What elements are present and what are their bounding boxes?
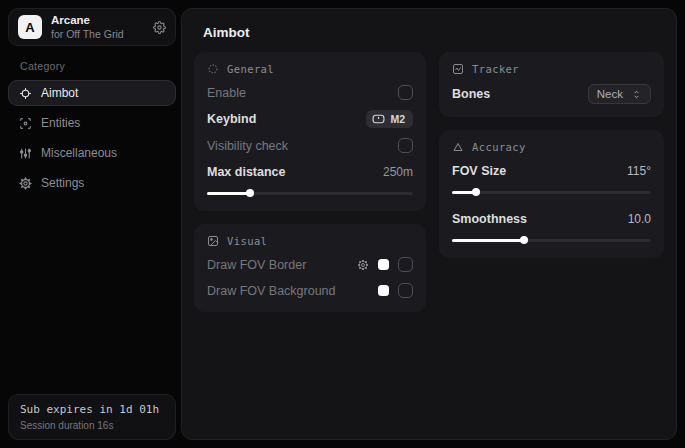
right-column: Tracker Bones Neck	[439, 52, 664, 258]
card-columns: General Enable Keybind	[194, 52, 664, 312]
fov-background-label: Draw FOV Background	[207, 284, 336, 298]
page: A Arcane for Off The Grid Category	[0, 0, 685, 448]
enable-row: Enable	[207, 84, 413, 101]
image-icon	[207, 235, 219, 247]
smoothness-slider[interactable]	[452, 235, 651, 245]
expand-icon	[631, 89, 642, 100]
category-label: Category	[20, 60, 176, 72]
activity-icon	[452, 63, 464, 75]
enable-checkbox[interactable]	[398, 85, 413, 100]
visual-card-title: Visual	[227, 235, 267, 247]
smoothness-row: Smoothness 10.0	[452, 210, 651, 227]
session-duration-text: Session duration 16s	[20, 420, 164, 431]
main-panel: Aimbot General Enable	[181, 8, 677, 440]
fov-size-slider[interactable]	[452, 187, 651, 197]
sidebar-item-aimbot[interactable]: Aimbot	[8, 80, 176, 106]
slider-track	[207, 192, 413, 195]
fov-border-row: Draw FOV Border	[207, 256, 413, 273]
visual-card-header: Visual	[207, 235, 413, 247]
keybind-value: M2	[390, 113, 405, 125]
scope-icon	[207, 63, 219, 75]
eye-scan-icon	[19, 117, 32, 130]
general-card: General Enable Keybind	[194, 52, 426, 211]
slider-fill	[207, 192, 250, 195]
fov-size-row: FOV Size 115°	[452, 162, 651, 179]
general-card-header: General	[207, 63, 413, 75]
gear-icon	[19, 177, 32, 190]
page-title: Aimbot	[194, 21, 664, 52]
triangle-icon	[452, 141, 464, 153]
max-distance-slider[interactable]	[207, 188, 413, 198]
max-distance-value: 250m	[383, 165, 413, 179]
sidebar-item-label: Miscellaneous	[41, 146, 117, 160]
general-card-title: General	[227, 63, 274, 75]
app-name: Arcane	[51, 14, 144, 27]
sidebar-header: A Arcane for Off The Grid	[8, 8, 176, 46]
slider-fill	[452, 191, 476, 194]
sub-expires-text: Sub expires in 1d 01h	[20, 403, 164, 416]
sidebar-item-entities[interactable]: Entities	[8, 110, 176, 136]
visibility-check-label: Visibility check	[207, 139, 288, 153]
tracker-card-header: Tracker	[452, 63, 651, 75]
max-distance-row: Max distance 250m	[207, 163, 413, 180]
bones-row: Bones Neck	[452, 84, 651, 104]
slider-fill	[452, 239, 524, 242]
mouse-icon	[372, 114, 385, 124]
slider-track	[452, 239, 651, 242]
sidebar-item-settings[interactable]: Settings	[8, 170, 176, 196]
accuracy-card-title: Accuracy	[472, 141, 526, 153]
enable-label: Enable	[207, 86, 246, 100]
fov-size-label: FOV Size	[452, 164, 506, 178]
fov-border-label: Draw FOV Border	[207, 258, 306, 272]
bones-select[interactable]: Neck	[588, 84, 651, 104]
keybind-label: Keybind	[207, 112, 256, 126]
bones-label: Bones	[452, 87, 490, 101]
fov-border-checkbox[interactable]	[398, 257, 413, 272]
sidebar-item-label: Entities	[41, 116, 80, 130]
sidebar-item-miscellaneous[interactable]: Miscellaneous	[8, 140, 176, 166]
smoothness-label: Smoothness	[452, 212, 527, 226]
visibility-check-row: Visibility check	[207, 137, 413, 154]
fov-background-controls	[378, 283, 413, 298]
max-distance-label: Max distance	[207, 165, 286, 179]
sidebar-item-label: Settings	[41, 176, 84, 190]
header-gear-icon[interactable]	[153, 21, 166, 34]
accuracy-card-header: Accuracy	[452, 141, 651, 153]
tracker-card: Tracker Bones Neck	[439, 52, 664, 117]
visual-card: Visual Draw FOV Border	[194, 224, 426, 312]
app-subtitle: for Off The Grid	[51, 28, 144, 40]
app-logo: A	[18, 15, 42, 39]
fov-size-value: 115°	[627, 164, 651, 178]
bones-value: Neck	[597, 88, 623, 100]
fov-border-settings-gear-icon[interactable]	[357, 259, 369, 271]
fov-background-checkbox[interactable]	[398, 283, 413, 298]
fov-border-color-swatch[interactable]	[378, 259, 389, 270]
left-column: General Enable Keybind	[194, 52, 426, 312]
visibility-check-checkbox[interactable]	[398, 138, 413, 153]
smoothness-value: 10.0	[628, 212, 651, 226]
keybind-button[interactable]: M2	[366, 110, 413, 128]
subscription-card: Sub expires in 1d 01h Session duration 1…	[8, 394, 176, 440]
sidebar: A Arcane for Off The Grid Category	[8, 8, 176, 440]
fov-border-controls	[357, 257, 413, 272]
keybind-row: Keybind M2	[207, 110, 413, 128]
tracker-card-title: Tracker	[472, 63, 519, 75]
accuracy-card: Accuracy FOV Size 115° Smoothness 10.0	[439, 130, 664, 258]
crosshair-icon	[19, 87, 32, 100]
fov-background-color-swatch[interactable]	[378, 285, 389, 296]
sidebar-nav: Aimbot Entities	[8, 80, 176, 196]
fov-background-row: Draw FOV Background	[207, 282, 413, 299]
sidebar-item-label: Aimbot	[41, 86, 78, 100]
app-titles: Arcane for Off The Grid	[51, 14, 144, 39]
slider-track	[452, 191, 651, 194]
sliders-icon	[19, 147, 32, 160]
